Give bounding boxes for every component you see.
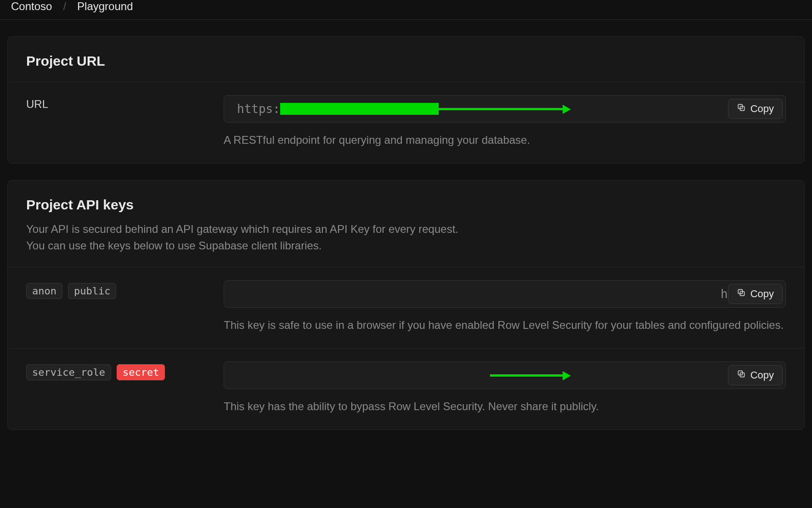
- divider: [0, 19, 812, 20]
- url-label: URL: [26, 98, 48, 110]
- service-role-key-helper: This key has the ability to bypass Row L…: [224, 398, 786, 415]
- service-role-tags: service_role secret: [26, 364, 224, 380]
- project-url-card: Project URL URL https:/ Copy: [7, 36, 805, 164]
- api-keys-card: Project API keys Your API is secured beh…: [7, 180, 805, 430]
- url-value: https:/: [237, 102, 728, 116]
- tag-secret: secret: [117, 364, 165, 380]
- copy-icon: [737, 288, 746, 300]
- project-url-title: Project URL: [26, 53, 786, 69]
- url-field[interactable]: https:/ Copy: [224, 95, 786, 123]
- breadcrumb: Contoso / Playground: [0, 0, 812, 19]
- breadcrumb-org[interactable]: Contoso: [11, 0, 52, 13]
- copy-url-button[interactable]: Copy: [728, 99, 783, 119]
- anon-key-field[interactable]: h Copy: [224, 280, 786, 308]
- api-keys-title: Project API keys: [26, 197, 786, 213]
- tag-anon: anon: [26, 283, 62, 299]
- breadcrumb-separator: /: [63, 0, 66, 13]
- copy-url-label: Copy: [750, 103, 774, 115]
- copy-icon: [737, 103, 746, 115]
- tag-public: public: [68, 283, 116, 299]
- copy-service-role-key-label: Copy: [750, 369, 774, 381]
- copy-icon: [737, 369, 746, 381]
- anon-key-helper: This key is safe to use in a browser if …: [224, 317, 786, 333]
- anon-key-value: h: [237, 287, 728, 301]
- service-role-key-field[interactable]: Copy: [224, 361, 786, 389]
- copy-anon-key-button[interactable]: Copy: [728, 284, 783, 304]
- url-helper: A RESTful endpoint for querying and mana…: [224, 132, 786, 148]
- api-keys-desc: Your API is secured behind an API gatewa…: [26, 221, 786, 254]
- annotation-arrow-line: [490, 374, 564, 377]
- copy-service-role-key-button[interactable]: Copy: [728, 365, 783, 385]
- copy-anon-key-label: Copy: [750, 288, 774, 300]
- annotation-arrow-head: [563, 371, 571, 380]
- anon-tags: anon public: [26, 283, 224, 299]
- tag-service-role: service_role: [26, 364, 111, 380]
- breadcrumb-page[interactable]: Playground: [77, 0, 133, 13]
